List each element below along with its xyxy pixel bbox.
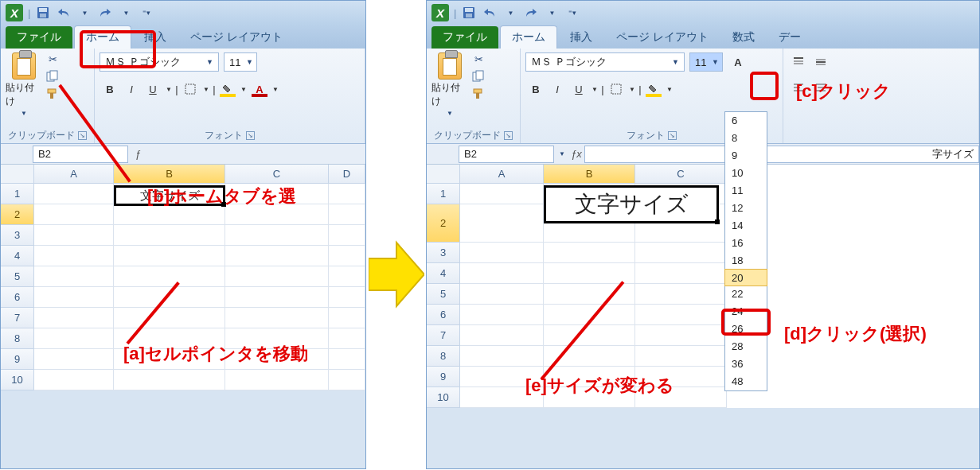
fill-color-button[interactable] <box>217 80 238 99</box>
col-header[interactable]: A <box>34 165 114 184</box>
tab-home[interactable]: ホーム <box>74 25 131 49</box>
row-header[interactable]: 10 <box>1 370 34 390</box>
col-header[interactable]: B <box>544 165 635 184</box>
clip-dialog-launcher-icon[interactable]: ↘ <box>78 131 87 140</box>
fontcolor-dropdown-icon[interactable]: ▼ <box>271 80 280 99</box>
format-painter-icon[interactable] <box>45 87 60 100</box>
align-mid-icon[interactable] <box>810 52 831 72</box>
select-all-corner[interactable] <box>427 165 460 184</box>
font-size-option[interactable]: 14 <box>725 217 767 235</box>
row-header[interactable]: 3 <box>1 225 34 246</box>
paste-dropdown-icon[interactable]: ▼ <box>447 110 453 117</box>
redo-dropdown-icon[interactable]: ▼ <box>544 6 560 20</box>
redo-icon[interactable] <box>97 6 113 20</box>
border-dropdown-icon[interactable]: ▼ <box>201 80 211 99</box>
font-size-option[interactable]: 22 <box>725 285 767 303</box>
row-header[interactable]: 9 <box>1 349 34 370</box>
fill-dropdown-icon[interactable]: ▼ <box>665 80 674 99</box>
font-dialog-launcher-icon[interactable]: ↘ <box>668 131 677 140</box>
select-all-corner[interactable] <box>1 165 34 184</box>
italic-button[interactable]: I <box>547 80 568 99</box>
align-top-icon[interactable] <box>788 52 809 72</box>
font-size-option[interactable]: 36 <box>725 355 767 373</box>
undo-dropdown-icon[interactable]: ▼ <box>502 6 518 20</box>
underline-dropdown-icon[interactable]: ▼ <box>164 80 174 99</box>
fill-dropdown-icon[interactable]: ▼ <box>239 80 248 99</box>
row-header[interactable]: 3 <box>427 243 460 263</box>
font-size-combo[interactable]: 11 ▼ <box>224 52 257 72</box>
formula-input[interactable]: 字サイズ <box>584 146 979 163</box>
grow-font-icon[interactable]: A <box>728 52 748 72</box>
font-size-dropdown-icon[interactable]: ▼ <box>712 58 719 66</box>
tab-layout[interactable]: ページ レイアウト <box>605 26 720 49</box>
paste-button[interactable]: 貼り付け ▼ <box>431 52 468 117</box>
cut-icon[interactable]: ✂ <box>45 52 60 65</box>
tab-file[interactable]: ファイル <box>431 26 498 49</box>
border-button[interactable] <box>180 80 201 99</box>
border-dropdown-icon[interactable]: ▼ <box>627 80 637 99</box>
font-name-combo[interactable]: ＭＳ Ｐゴシック ▼ <box>525 52 685 72</box>
font-size-option[interactable]: 26 <box>725 320 767 338</box>
redo-dropdown-icon[interactable]: ▼ <box>118 6 134 20</box>
tab-insert[interactable]: 挿入 <box>559 26 603 49</box>
font-name-combo[interactable]: ＭＳ Ｐゴシック ▼ <box>100 52 219 72</box>
bold-button[interactable]: B <box>100 80 120 99</box>
undo-dropdown-icon[interactable]: ▼ <box>76 6 92 20</box>
row-header[interactable]: 8 <box>1 328 34 349</box>
row-header[interactable]: 2 <box>427 204 460 243</box>
underline-button[interactable]: U <box>568 80 589 99</box>
row-header[interactable]: 7 <box>427 325 460 346</box>
col-header[interactable]: D <box>329 165 365 184</box>
undo-icon[interactable] <box>56 6 72 20</box>
font-size-option[interactable]: 8 <box>725 130 767 147</box>
namebox-dropdown-icon[interactable]: ▼ <box>556 150 568 157</box>
row-header[interactable]: 6 <box>1 287 34 308</box>
worksheet[interactable]: A B C 1 2 3 4 5 6 7 8 9 10 文字サイズ <box>427 165 979 408</box>
copy-icon[interactable] <box>471 70 486 83</box>
row-header[interactable]: 7 <box>1 308 34 328</box>
font-dialog-launcher-icon[interactable]: ↘ <box>246 131 255 140</box>
font-size-option[interactable]: 6 <box>725 112 767 130</box>
row-header[interactable]: 2 <box>1 204 34 225</box>
format-painter-icon[interactable] <box>471 87 486 100</box>
tab-insert[interactable]: 挿入 <box>133 26 178 49</box>
cut-icon[interactable]: ✂ <box>471 52 486 65</box>
paste-button[interactable]: 貼り付け ▼ <box>6 52 42 117</box>
selected-cell[interactable]: 文字サイズ <box>544 185 719 223</box>
row-header[interactable]: 5 <box>427 284 460 305</box>
row-header[interactable]: 10 <box>427 387 460 408</box>
font-size-option[interactable]: 9 <box>725 147 767 165</box>
row-header[interactable]: 5 <box>1 266 34 287</box>
fx-icon[interactable]: ƒx <box>568 148 584 160</box>
row-header[interactable]: 1 <box>1 184 34 204</box>
col-header[interactable]: A <box>460 165 544 184</box>
redo-icon[interactable] <box>523 6 539 20</box>
bold-button[interactable]: B <box>525 80 546 99</box>
row-header[interactable]: 4 <box>1 246 34 266</box>
font-name-dropdown-icon[interactable]: ▼ <box>206 58 213 66</box>
font-size-option[interactable]: 20 <box>724 269 767 286</box>
fill-color-button[interactable] <box>643 80 664 99</box>
col-header[interactable]: C <box>225 165 329 184</box>
font-size-option[interactable]: 16 <box>725 235 767 252</box>
paste-dropdown-icon[interactable]: ▼ <box>21 110 27 117</box>
tab-formula[interactable]: 数式 <box>721 26 766 49</box>
clip-dialog-launcher-icon[interactable]: ↘ <box>504 131 513 140</box>
font-size-combo[interactable]: 11 ▼ <box>689 52 723 72</box>
font-size-option[interactable]: 24 <box>725 303 767 320</box>
font-size-dropdown-list[interactable]: 68910111214161820222426283648 <box>724 111 767 391</box>
qat-customize-icon[interactable]: ⁼▾ <box>139 6 154 20</box>
border-button[interactable] <box>606 80 627 99</box>
qat-customize-icon[interactable]: ⁼▾ <box>564 6 580 20</box>
undo-icon[interactable] <box>482 6 498 20</box>
font-size-option[interactable]: 12 <box>725 200 767 217</box>
fx-icon[interactable]: ƒ <box>130 148 146 160</box>
save-icon[interactable] <box>461 6 477 20</box>
row-header[interactable]: 9 <box>427 367 460 387</box>
col-header[interactable]: C <box>635 165 727 184</box>
font-color-button[interactable]: A <box>249 80 270 99</box>
font-size-option[interactable]: 11 <box>725 182 767 200</box>
underline-dropdown-icon[interactable]: ▼ <box>590 80 599 99</box>
tab-data[interactable]: デー <box>767 26 812 49</box>
copy-icon[interactable] <box>45 70 60 83</box>
